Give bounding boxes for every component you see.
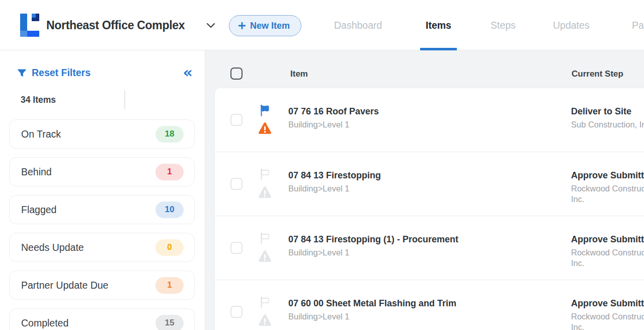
item-location: Building>Level 1 [288,311,456,322]
filter-label: On Track [21,128,61,140]
table-row[interactable]: 07 76 16 Roof Pavers Building>Level 1 De… [215,88,644,152]
nav-tab-label: Dashboard [334,20,382,31]
step-partner: Rockwood Construction, Inc. [571,247,644,269]
tab-items[interactable]: Items [426,0,451,50]
warning-icon [257,184,273,200]
step-partner: Rockwood Construction, Inc. [571,183,644,205]
filter-label: Behind [21,166,52,178]
app-header: Northeast Office Complex New Item Dashbo… [0,0,644,50]
filter-count-badge: 18 [155,126,184,143]
reset-filters-button[interactable]: Reset Filters [17,67,91,79]
step-partner: Rockwood Construction, Inc. [571,311,644,330]
item-title: 07 84 13 Firestopping [288,169,381,182]
item-location: Building>Level 1 [288,247,458,258]
warning-icon [257,248,273,264]
row-checkbox[interactable] [230,114,243,126]
collapse-sidebar-icon[interactable]: « [183,66,193,79]
item-title: 07 60 00 Sheet Metal Flashing and Trim [288,297,456,310]
nav-tab-label: Items [426,20,451,31]
items-table-area: Item Current Step 07 76 16 Roof Pavers B… [205,50,644,330]
row-checkbox[interactable] [230,178,243,190]
filter-count-badge: 15 [155,315,184,330]
items-count: 34 Items [21,95,56,105]
filter-count-badge: 1 [155,277,184,294]
current-step: Approve Submittal [571,169,644,182]
tab-dashboard[interactable]: Dashboard [334,0,382,50]
column-header-item: Item [290,69,308,79]
tab-updates[interactable]: Updates [553,0,590,50]
flag-icon [258,168,272,181]
table-row[interactable]: 07 60 00 Sheet Metal Flashing and Trim B… [215,280,644,330]
filter-card[interactable]: Behind 1 [9,157,195,186]
filter-funnel-icon [17,68,27,78]
filter-card[interactable]: Completed 15 [9,308,195,330]
filter-count-badge: 0 [155,239,184,256]
table-row[interactable]: 07 84 13 Firestopping Building>Level 1 A… [215,152,644,216]
filter-card[interactable]: Flagged 10 [9,195,195,224]
divider [124,91,125,109]
column-header-current-step: Current Step [572,69,623,79]
tab-partners[interactable]: Partners [632,0,644,50]
row-checkbox[interactable] [230,242,243,254]
nav-tab-label: Partners [632,20,644,31]
flag-icon [258,104,272,117]
items-count-row: 34 Items [0,93,205,110]
select-all-checkbox[interactable] [230,68,243,80]
warning-icon [257,312,273,328]
flag-icon [258,296,272,309]
tab-steps[interactable]: Steps [491,0,516,50]
items-table: 07 76 16 Roof Pavers Building>Level 1 De… [215,88,644,330]
filter-count-badge: 1 [155,164,184,180]
item-location: Building>Level 1 [288,119,379,130]
current-step: Deliver to Site [571,105,644,118]
filter-label: Completed [21,317,68,329]
filter-label: Flagged [21,204,56,216]
warning-icon [257,120,273,136]
current-step: Approve Submittal [571,233,644,246]
reset-filters-label: Reset Filters [32,67,91,79]
filter-label: Needs Update [21,242,84,253]
item-title: 07 84 13 Firestopping (1) - Procurement [288,233,458,246]
step-partner: Sub Construction, Inc. [571,119,644,130]
item-title: 07 76 16 Roof Pavers [288,105,379,118]
filter-card[interactable]: Needs Update 0 [9,233,195,262]
current-step: Approve Submittal [571,297,644,310]
nav-tab-label: Steps [491,20,516,31]
flag-icon [258,232,272,245]
table-row[interactable]: 07 84 13 Firestopping (1) - Procurement … [215,216,644,280]
filters-sidebar: Reset Filters « 34 Items On Track 18 Beh… [0,50,205,330]
filter-card[interactable]: Partner Update Due 1 [9,271,195,300]
nav-tab-label: Updates [553,20,590,31]
filter-card[interactable]: On Track 18 [9,119,195,149]
main-nav: Dashboard Items Steps Updates Partners [0,0,644,50]
filter-list: On Track 18 Behind 1 Flagged 10 Needs Up… [9,119,195,330]
filter-count-badge: 10 [155,202,184,218]
item-location: Building>Level 1 [288,183,381,194]
filter-label: Partner Update Due [21,280,108,291]
row-checkbox[interactable] [230,306,243,318]
